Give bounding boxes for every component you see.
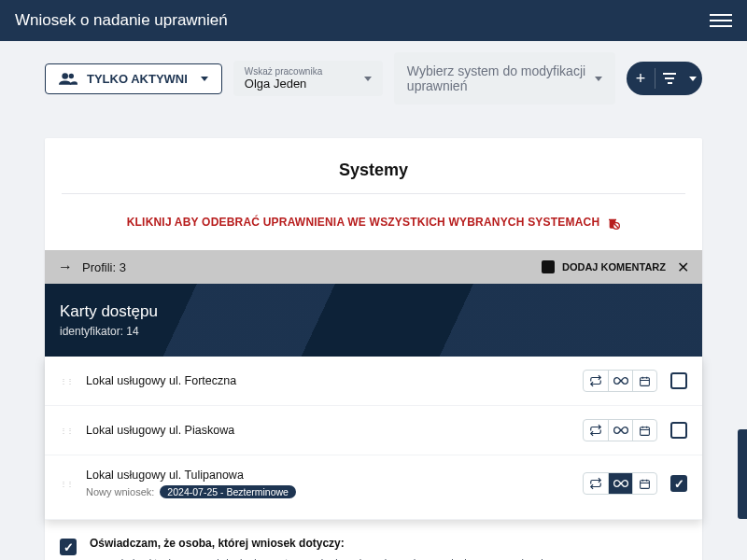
profiles-count: Profili: 3 <box>82 260 126 274</box>
list-item: ⋮⋮ Lokal usługowy ul. Tulipanowa Nowy wn… <box>45 455 702 520</box>
people-icon <box>59 72 78 85</box>
add-button[interactable] <box>627 62 655 95</box>
side-tab[interactable] <box>738 429 747 519</box>
drag-handle-icon[interactable]: ⋮⋮ <box>60 480 73 488</box>
row-checkbox[interactable] <box>670 475 687 492</box>
action-pill <box>627 62 702 95</box>
infinity-icon[interactable] <box>608 473 632 494</box>
employee-select[interactable]: Wskaż pracownika Olga Jeden <box>233 61 383 96</box>
actions-dropdown[interactable] <box>684 62 702 95</box>
declaration-checkbox[interactable] <box>60 539 77 555</box>
section-title: Systemy <box>45 138 702 193</box>
repeat-icon[interactable] <box>584 473 608 494</box>
revoke-all-link[interactable]: KLIKNIJ ABY ODEBRAĆ UPRAWNIENIA WE WSZYS… <box>45 194 702 250</box>
declaration-item: posiada aktualne upoważnienie do przetwa… <box>105 555 549 560</box>
filter-button[interactable] <box>655 62 684 95</box>
svg-rect-4 <box>641 427 650 435</box>
row-checkbox[interactable] <box>670 422 687 439</box>
main-card: Systemy KLIKNIJ ABY ODEBRAĆ UPRAWNIENIA … <box>45 138 702 560</box>
list-item: ⋮⋮ Lokal usługowy ul. Piaskowa <box>45 406 702 455</box>
panel-header: Karty dostępu identyfikator: 14 <box>45 284 702 357</box>
drag-handle-icon[interactable]: ⋮⋮ <box>60 377 73 385</box>
infinity-icon[interactable] <box>608 371 632 391</box>
close-icon[interactable]: ✕ <box>673 259 689 276</box>
chevron-down-icon <box>201 77 208 81</box>
calendar-icon[interactable] <box>632 473 656 494</box>
system-placeholder: Wybierz system do modyfikacji uprawnień <box>407 63 595 93</box>
employee-hint: Wskaż pracownika <box>245 66 322 77</box>
profiles-bar: → Profili: 3 DODAJ KOMENTARZ ✕ <box>45 250 702 284</box>
row-title: Lokal usługowy ul. Forteczna <box>86 374 570 387</box>
repeat-icon[interactable] <box>584 371 608 391</box>
page-title: Wniosek o nadanie uprawnień <box>15 11 228 30</box>
declaration-block: Oświadczam, że osoba, której wniosek dot… <box>45 520 702 560</box>
employee-value: Olga Jeden <box>245 77 322 91</box>
add-comment-button[interactable]: DODAJ KOMENTARZ <box>562 261 666 273</box>
declaration-list: posiada aktualne upoważnienie do przetwa… <box>90 555 549 560</box>
hamburger-menu-icon[interactable] <box>710 9 732 32</box>
revoke-icon <box>605 215 620 230</box>
date-chip: 2024-07-25 - Bezterminowe <box>160 485 296 498</box>
svg-point-1 <box>69 74 74 78</box>
only-active-label: TYLKO AKTYWNI <box>87 72 188 86</box>
chevron-down-icon <box>364 77 372 81</box>
panel-title: Karty dostępu <box>60 302 687 321</box>
calendar-icon[interactable] <box>632 371 656 391</box>
declaration-title: Oświadczam, że osoba, której wniosek dot… <box>90 537 549 550</box>
row-checkbox[interactable] <box>670 372 687 389</box>
svg-point-0 <box>62 73 68 79</box>
svg-rect-5 <box>641 480 650 488</box>
panel-subtitle: identyfikator: 14 <box>60 325 687 338</box>
app-header: Wniosek o nadanie uprawnień <box>0 0 747 41</box>
repeat-icon[interactable] <box>584 420 608 441</box>
revoke-label: KLIKNIJ ABY ODEBRAĆ UPRAWNIENIA WE WSZYS… <box>127 216 600 229</box>
profiles-list: ⋮⋮ Lokal usługowy ul. Forteczna ⋮⋮ Lokal… <box>45 357 702 520</box>
document-icon <box>542 260 555 273</box>
only-active-button[interactable]: TYLKO AKTYWNI <box>45 63 222 94</box>
row-sub-label: Nowy wniosek: <box>86 486 154 497</box>
infinity-icon[interactable] <box>608 420 632 441</box>
row-title: Lokal usługowy ul. Tulipanowa <box>86 469 570 482</box>
toolbar: TYLKO AKTYWNI Wskaż pracownika Olga Jede… <box>0 41 747 116</box>
plus-icon <box>636 69 646 89</box>
chevron-down-icon <box>689 77 697 81</box>
arrow-right-icon[interactable]: → <box>58 259 73 275</box>
filter-icon <box>663 73 676 84</box>
duration-toggle[interactable] <box>583 370 657 392</box>
duration-toggle[interactable] <box>583 419 657 441</box>
system-select[interactable]: Wybierz system do modyfikacji uprawnień <box>394 52 615 105</box>
calendar-icon[interactable] <box>632 420 656 441</box>
row-title: Lokal usługowy ul. Piaskowa <box>86 424 570 437</box>
duration-toggle[interactable] <box>583 472 657 495</box>
list-item: ⋮⋮ Lokal usługowy ul. Forteczna <box>45 357 702 406</box>
svg-rect-3 <box>641 377 650 385</box>
chevron-down-icon <box>595 77 602 81</box>
drag-handle-icon[interactable]: ⋮⋮ <box>60 427 73 435</box>
